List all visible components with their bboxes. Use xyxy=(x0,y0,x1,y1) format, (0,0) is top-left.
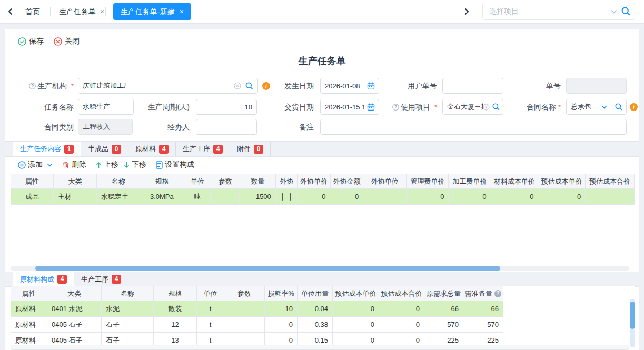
scrollbar-thumb[interactable] xyxy=(630,302,635,329)
cell xyxy=(224,301,265,317)
grid-toolbar: 添加 删除 上移 下移 设置构成 xyxy=(18,156,194,174)
bottom-tab-bar: 原材料构成4 生产工序4 xyxy=(5,272,639,287)
cell: 原材料 xyxy=(11,301,47,317)
column-header: 加工费单价 xyxy=(449,174,491,189)
cell: 570 xyxy=(463,317,503,333)
cell: 225 xyxy=(424,333,463,345)
contract-name-value: 总承包 xyxy=(567,102,601,112)
delete-button[interactable]: 删除 xyxy=(62,160,86,169)
tab-material-composition[interactable]: 原材料构成4 xyxy=(13,272,74,286)
cell: 0 xyxy=(538,189,586,205)
help-circle-icon[interactable]: ? xyxy=(29,83,36,91)
task-name-field[interactable]: 水稳生产 xyxy=(78,99,134,115)
tab-production-content[interactable]: 生产任务内容1 xyxy=(13,142,81,156)
column-header: 预估成本单价 xyxy=(333,286,379,301)
close-tab-icon[interactable]: × xyxy=(100,7,104,16)
horizontal-scrollbar[interactable] xyxy=(11,266,629,271)
set-composition-button[interactable]: 设置构成 xyxy=(156,160,194,169)
help-circle-icon[interactable]: ? xyxy=(392,104,399,112)
svg-text:?: ? xyxy=(31,83,34,88)
tab-production-process[interactable]: 生产工序4 xyxy=(176,142,230,156)
contract-name-field[interactable]: 总承包 xyxy=(566,99,627,115)
close-button[interactable]: 关闭 xyxy=(54,36,80,47)
column-header: 材料成本单价 xyxy=(491,174,539,189)
cell: 225 xyxy=(463,333,503,345)
tab-semi-finished[interactable]: 半成品0 xyxy=(81,142,128,156)
save-button[interactable]: 保存 xyxy=(18,36,44,47)
column-header: 属性 xyxy=(11,286,47,301)
cycle-label: 生产周期(天) xyxy=(135,99,190,115)
search-icon[interactable] xyxy=(621,6,631,16)
table-row[interactable]: 原材料 0405 石子 石子 13 t 0 0.15 0 0 225 225 xyxy=(11,333,635,345)
clear-icon[interactable] xyxy=(483,104,490,111)
tab-attachments[interactable]: 附件0 xyxy=(230,142,271,156)
column-header: 外协单价 xyxy=(298,174,331,189)
tab-label: 生产任务单 xyxy=(59,7,96,16)
info-icon[interactable]: i xyxy=(630,103,638,111)
issue-date-field[interactable]: 2026-01-08 xyxy=(320,78,379,94)
production-org-label: ?生产机构 xyxy=(11,78,74,94)
calendar-icon[interactable] xyxy=(367,82,375,90)
outsource-checkbox[interactable] xyxy=(282,193,291,201)
close-circle-icon xyxy=(54,37,62,46)
move-up-label: 上移 xyxy=(104,160,118,169)
cell: 原材料 xyxy=(11,333,47,345)
cell: t xyxy=(197,301,224,317)
delivery-date-field[interactable]: 2026-01-15 1 xyxy=(320,99,379,115)
column-header: 属性 xyxy=(11,174,54,189)
help-question-icon[interactable]: ? xyxy=(494,290,501,297)
count-badge: 4 xyxy=(112,275,121,284)
contract-type-value: 工程收入 xyxy=(78,122,132,132)
chevron-down-icon[interactable] xyxy=(611,9,617,14)
remark-field[interactable] xyxy=(320,119,627,135)
move-down-button[interactable]: 下移 xyxy=(124,160,146,169)
forward-chevron-icon[interactable] xyxy=(463,8,470,17)
search-icon[interactable] xyxy=(615,103,623,111)
scrollbar-thumb[interactable] xyxy=(35,266,500,271)
column-header: 损耗率% xyxy=(265,286,298,301)
table-row[interactable]: 原材料 0405 石子 石子 12 t 0 0.38 0 0 570 570 xyxy=(11,317,635,333)
cell xyxy=(224,317,265,333)
cell: 0.04 xyxy=(298,301,333,317)
set-composition-label: 设置构成 xyxy=(165,160,194,169)
task-name-label: 任务名称 xyxy=(11,99,74,115)
tab-home[interactable]: 首页 xyxy=(25,0,40,23)
production-org-field[interactable]: 庆虹建筑加工厂 xyxy=(78,78,258,94)
move-up-button[interactable]: 上移 xyxy=(96,160,118,169)
tab-process-composition[interactable]: 生产工序4 xyxy=(74,272,128,286)
tab-raw-materials[interactable]: 原材料4 xyxy=(128,142,176,156)
count-badge: 4 xyxy=(213,145,223,154)
table-row[interactable]: 原材料 0401 水泥 水泥 散装 t 10 0.04 0 0 66 66 xyxy=(11,301,635,317)
cell: 66 xyxy=(424,301,463,317)
clear-icon[interactable] xyxy=(234,82,241,89)
cell: 0.38 xyxy=(298,317,333,333)
project-select-input[interactable]: 选择项目 xyxy=(482,3,635,20)
search-icon[interactable] xyxy=(492,103,500,111)
arrow-up-icon xyxy=(96,162,102,168)
horizontal-scrollbar[interactable] xyxy=(11,345,629,350)
divider xyxy=(50,7,51,16)
issue-date-value: 2026-01-08 xyxy=(321,82,367,90)
cell xyxy=(363,189,407,205)
column-header: 单位 xyxy=(197,286,224,301)
table-row[interactable]: 成品 主材 水稳定土 3.0MPa 吨 1500 0 0 0 0 0 0 xyxy=(11,189,635,205)
add-button[interactable]: 添加 xyxy=(18,160,53,169)
column-header: 外协单位 xyxy=(363,174,407,189)
cycle-field[interactable]: 10 xyxy=(196,99,257,115)
column-header: 单位 xyxy=(184,174,211,189)
chevron-down-icon[interactable] xyxy=(601,105,607,109)
use-project-field[interactable]: 金石大厦三期 xyxy=(442,99,503,115)
tab-label: 生产工序 xyxy=(81,275,108,284)
close-tab-icon[interactable]: × xyxy=(180,7,184,16)
column-header: 规格 xyxy=(154,286,197,301)
tab-production-task-new[interactable]: 生产任务单-新建× xyxy=(113,3,191,20)
vertical-scrollbar[interactable] xyxy=(630,299,635,347)
user-order-field[interactable] xyxy=(442,78,503,94)
page-title: 生产任务单 xyxy=(5,55,639,67)
cell xyxy=(586,189,635,205)
handler-field[interactable] xyxy=(196,119,257,135)
back-chevron-icon[interactable] xyxy=(7,8,14,17)
tab-production-task-list[interactable]: 生产任务单× xyxy=(59,0,104,23)
search-icon[interactable] xyxy=(245,82,254,91)
svg-text:?: ? xyxy=(394,104,397,109)
